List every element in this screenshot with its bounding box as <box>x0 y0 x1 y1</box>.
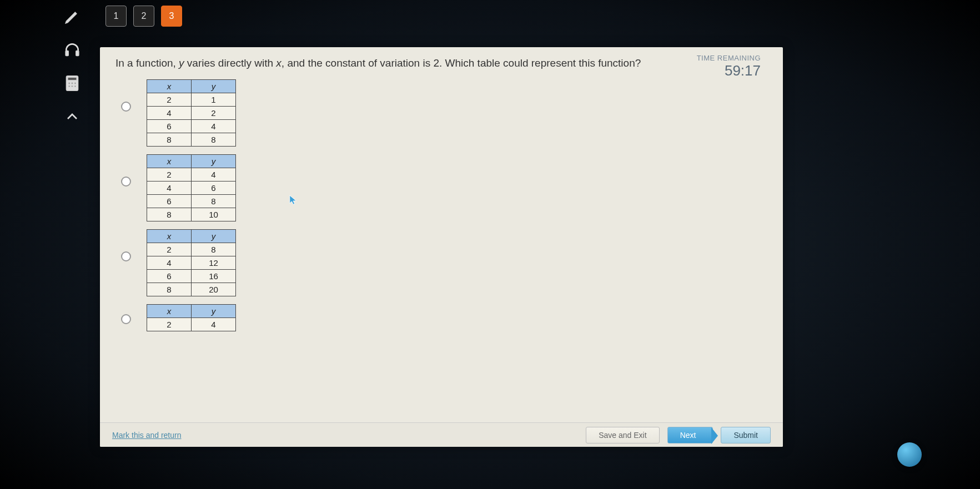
variable-y: y <box>179 57 184 69</box>
cell: 1 <box>192 93 236 107</box>
nav-q3[interactable]: 3 <box>161 6 182 27</box>
cell: 4 <box>192 168 236 182</box>
cell: 6 <box>192 182 236 195</box>
table-a: xy 21 42 64 88 <box>147 79 236 147</box>
cell: 8 <box>147 133 192 147</box>
svg-rect-0 <box>66 51 68 56</box>
svg-point-5 <box>72 83 73 84</box>
question-fragment: , and the constant of variation is 2. Wh… <box>282 57 641 69</box>
table-d: xy 24 <box>147 304 236 331</box>
col-x: x <box>147 155 192 168</box>
table-c: xy 28 412 616 820 <box>147 229 236 296</box>
col-x: x <box>147 80 192 93</box>
radio-c[interactable] <box>121 251 131 261</box>
cell: 6 <box>147 120 192 133</box>
question-nav: 1 2 3 <box>105 6 182 27</box>
table-b: xy 24 46 68 810 <box>147 154 236 221</box>
cell: 2 <box>147 318 192 331</box>
mark-return-link[interactable]: Mark this and return <box>112 431 182 440</box>
question-fragment: In a function, <box>115 57 179 69</box>
footer-bar: Mark this and return Save and Exit Next … <box>100 422 783 447</box>
svg-point-8 <box>72 85 73 87</box>
cell: 2 <box>192 107 236 120</box>
cell: 4 <box>147 107 192 120</box>
option-b[interactable]: xy 24 46 68 810 <box>121 154 767 221</box>
svg-point-6 <box>74 83 76 84</box>
cell: 6 <box>147 270 192 283</box>
option-d[interactable]: xy 24 <box>121 304 767 331</box>
content-panel: TIME REMAINING 59:17 In a function, y va… <box>100 47 783 447</box>
timer-value: 59:17 <box>697 62 761 79</box>
cell: 2 <box>147 93 192 107</box>
cell: 4 <box>147 182 192 195</box>
pencil-icon[interactable] <box>61 6 83 28</box>
cell: 2 <box>147 243 192 256</box>
col-y: y <box>192 155 236 168</box>
cell: 10 <box>192 208 236 221</box>
svg-rect-1 <box>76 51 79 56</box>
radio-d[interactable] <box>121 314 131 324</box>
col-x: x <box>147 230 192 243</box>
assistant-bubble-icon[interactable] <box>897 442 922 467</box>
cell: 4 <box>147 256 192 270</box>
cell: 4 <box>192 120 236 133</box>
submit-button[interactable]: Submit <box>721 427 771 443</box>
cell: 20 <box>192 283 236 296</box>
cell: 8 <box>192 243 236 256</box>
svg-point-7 <box>68 85 70 87</box>
col-x: x <box>147 305 192 318</box>
cell: 8 <box>192 133 236 147</box>
calculator-icon[interactable] <box>61 72 83 94</box>
nav-q2[interactable]: 2 <box>133 6 154 27</box>
cell: 16 <box>192 270 236 283</box>
svg-point-9 <box>74 85 76 87</box>
option-a[interactable]: xy 21 42 64 88 <box>121 79 767 147</box>
cell: 6 <box>147 195 192 208</box>
col-y: y <box>192 305 236 318</box>
svg-point-4 <box>68 83 70 84</box>
radio-a[interactable] <box>121 102 131 112</box>
col-y: y <box>192 80 236 93</box>
tool-sidebar <box>56 6 89 128</box>
save-exit-button[interactable]: Save and Exit <box>586 427 659 443</box>
cell: 2 <box>147 168 192 182</box>
col-y: y <box>192 230 236 243</box>
option-c[interactable]: xy 28 412 616 820 <box>121 229 767 296</box>
cell: 8 <box>147 283 192 296</box>
question-text: In a function, y varies directly with x,… <box>115 57 671 69</box>
cell: 8 <box>192 195 236 208</box>
variable-x: x <box>276 57 282 69</box>
cell: 8 <box>147 208 192 221</box>
cell: 12 <box>192 256 236 270</box>
question-fragment: varies directly with <box>184 57 277 69</box>
answer-options: xy 21 42 64 88 xy 24 46 68 810 xy 28 412 <box>121 79 767 331</box>
headphones-icon[interactable] <box>61 39 83 61</box>
timer: TIME REMAINING 59:17 <box>697 54 761 79</box>
svg-rect-3 <box>68 77 77 80</box>
collapse-up-icon[interactable] <box>61 105 83 128</box>
nav-q1[interactable]: 1 <box>105 6 127 27</box>
cell: 4 <box>192 318 236 331</box>
radio-b[interactable] <box>121 177 131 186</box>
timer-label: TIME REMAINING <box>697 54 761 62</box>
next-button[interactable]: Next <box>667 427 713 443</box>
